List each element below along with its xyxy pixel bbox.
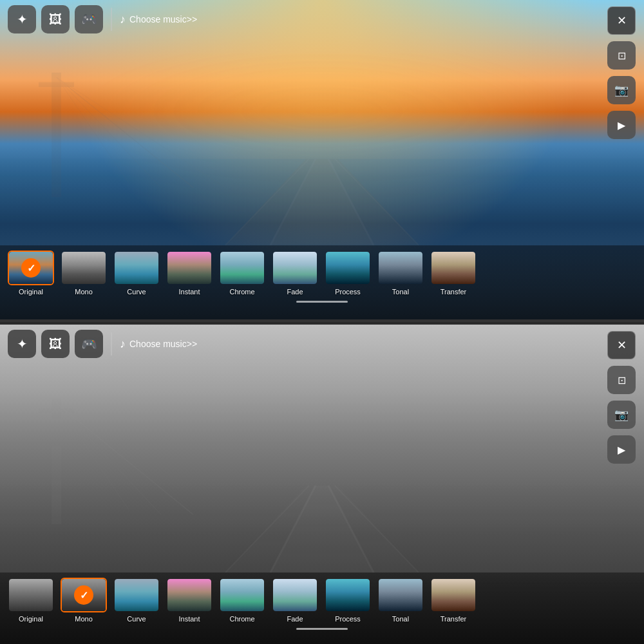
camera-button-top[interactable]: 📷 xyxy=(607,76,636,104)
filter-curve-bottom[interactable]: Curve xyxy=(113,578,160,623)
filter-process-bottom[interactable]: Process xyxy=(325,578,371,623)
svg-rect-10 xyxy=(39,82,74,87)
filter-label-curve-bottom: Curve xyxy=(127,615,146,623)
photo-button[interactable]: 🖼 xyxy=(41,5,70,33)
filter-transfer-top[interactable]: Transfer xyxy=(430,251,477,296)
filter-label-mono-bottom: Mono xyxy=(75,615,93,623)
pier-scene-bottom xyxy=(0,379,644,573)
filter-scroll-bottom: Original ✓ Mono Curve xyxy=(0,573,644,625)
filter-label-transfer-top: Transfer xyxy=(440,288,467,296)
game-button-bottom[interactable]: 🎮 xyxy=(75,330,103,358)
svg-rect-9 xyxy=(52,73,61,197)
filter-mono-top[interactable]: Mono xyxy=(61,251,107,296)
wand-button-bottom[interactable]: ✦ xyxy=(8,330,36,358)
filter-label-mono-top: Mono xyxy=(75,288,93,296)
filter-label-process-top: Process xyxy=(335,288,361,296)
filter-label-instant-top: Instant xyxy=(178,288,200,296)
music-icon: ♪ xyxy=(120,13,126,26)
filter-original-bottom[interactable]: Original xyxy=(8,578,54,623)
filter-mono-bottom[interactable]: ✓ Mono xyxy=(61,578,107,623)
scroll-indicator-top xyxy=(296,301,348,303)
filter-label-tonal-top: Tonal xyxy=(392,288,409,296)
filter-strip-top: ✓ Original Mono Curve xyxy=(0,245,644,319)
music-area-bottom[interactable]: ♪ Choose music>> xyxy=(120,337,197,351)
music-label[interactable]: Choose music>> xyxy=(129,14,197,24)
filter-label-transfer-bottom: Transfer xyxy=(440,615,467,623)
pier-scene-top xyxy=(0,53,644,245)
wand-button[interactable]: ✦ xyxy=(8,5,36,33)
crop-button-top[interactable]: ⊡ xyxy=(607,41,636,70)
filter-label-chrome-bottom: Chrome xyxy=(229,615,254,623)
filter-tonal-bottom[interactable]: Tonal xyxy=(377,578,424,623)
divider-bottom xyxy=(111,332,112,355)
close-button-bottom[interactable]: ✕ xyxy=(607,331,636,359)
filter-curve-top[interactable]: Curve xyxy=(113,251,160,296)
video-button-top[interactable]: ▶ xyxy=(607,111,636,139)
crop-button-bottom[interactable]: ⊡ xyxy=(607,366,636,394)
game-button[interactable]: 🎮 xyxy=(75,5,103,33)
filter-label-fade-bottom: Fade xyxy=(287,615,303,623)
filter-label-original-top: Original xyxy=(19,288,43,296)
scroll-indicator-bottom xyxy=(296,628,348,630)
filter-transfer-bottom[interactable]: Transfer xyxy=(430,578,477,623)
filter-label-process-bottom: Process xyxy=(335,615,361,623)
filter-label-instant-bottom: Instant xyxy=(178,615,200,623)
filter-tonal-top[interactable]: Tonal xyxy=(377,251,424,296)
checkmark-top: ✓ xyxy=(21,258,41,278)
filter-label-chrome-top: Chrome xyxy=(229,288,254,296)
filter-label-original-bottom: Original xyxy=(19,615,43,623)
top-bar-bottom: ✦ 🖼 🎮 ♪ Choose music>> xyxy=(0,325,644,363)
filter-fade-top[interactable]: Fade xyxy=(272,251,318,296)
filter-fade-bottom[interactable]: Fade xyxy=(272,578,318,623)
svg-rect-23 xyxy=(52,399,61,524)
filter-original-top[interactable]: ✓ Original xyxy=(8,251,54,296)
music-icon-bottom: ♪ xyxy=(120,337,126,351)
filter-process-top[interactable]: Process xyxy=(325,251,371,296)
filter-chrome-bottom[interactable]: Chrome xyxy=(219,578,265,623)
photo-button-bottom[interactable]: 🖼 xyxy=(41,330,70,358)
divider xyxy=(111,8,112,31)
filter-label-fade-top: Fade xyxy=(287,288,303,296)
music-area[interactable]: ♪ Choose music>> xyxy=(120,13,197,26)
filter-label-curve-top: Curve xyxy=(127,288,146,296)
camera-button-bottom[interactable]: 📷 xyxy=(607,401,636,429)
filter-scroll-top: ✓ Original Mono Curve xyxy=(0,245,644,298)
music-label-bottom[interactable]: Choose music>> xyxy=(129,339,197,349)
close-button-top[interactable]: ✕ xyxy=(607,6,636,35)
bottom-panel: ✦ 🖼 🎮 ♪ Choose music>> ✕ ⊡ 📷 ▶ Original xyxy=(0,325,644,644)
filter-strip-bottom: Original ✓ Mono Curve xyxy=(0,573,644,644)
filter-label-tonal-bottom: Tonal xyxy=(392,615,409,623)
top-bar: ✦ 🖼 🎮 ♪ Choose music>> xyxy=(0,0,644,39)
filter-instant-top[interactable]: Instant xyxy=(166,251,213,296)
svg-rect-24 xyxy=(39,408,74,413)
video-button-bottom[interactable]: ▶ xyxy=(607,435,636,464)
filter-chrome-top[interactable]: Chrome xyxy=(219,251,265,296)
checkmark-bottom: ✓ xyxy=(74,585,93,605)
top-panel: ✦ 🖼 🎮 ♪ Choose music>> ✕ ⊡ 📷 ▶ ✓ Origina… xyxy=(0,0,644,322)
filter-instant-bottom[interactable]: Instant xyxy=(166,578,213,623)
